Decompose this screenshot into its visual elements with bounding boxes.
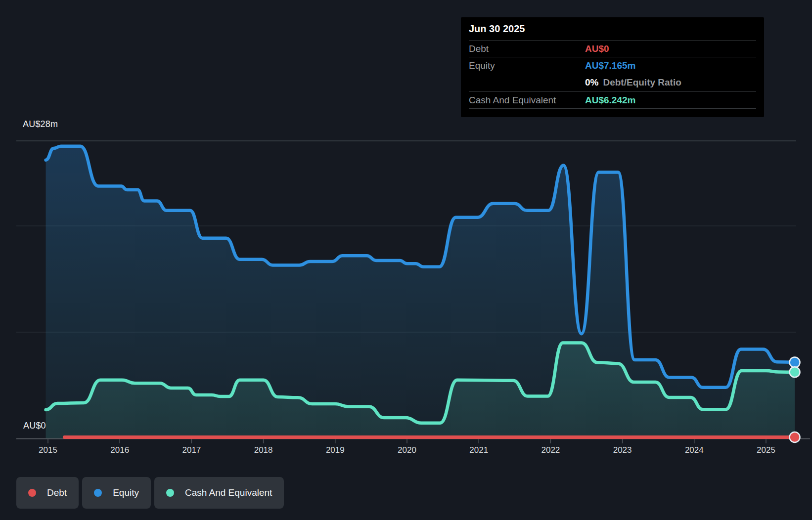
tooltip-equity-value: AU$7.165m: [585, 60, 635, 71]
tooltip-ratio-value: 0%: [585, 77, 598, 88]
x-axis-tick-label-2018: 2018: [254, 445, 273, 455]
tooltip-equity-label: Equity: [469, 60, 585, 71]
legend-cash-label: Cash And Equivalent: [185, 487, 272, 498]
tooltip-row-equity: Equity AU$7.165m: [469, 57, 756, 74]
x-axis-tick-label-2020: 2020: [398, 445, 416, 455]
x-axis-tick-label-2017: 2017: [182, 445, 201, 455]
debt-equity-chart-panel: AU$28m AU$0 2015201620172018201920202021…: [0, 0, 812, 520]
x-axis-tick-label-2024: 2024: [685, 445, 704, 455]
tooltip-row-debt: Debt AU$0: [469, 41, 756, 57]
tooltip-divider: [469, 108, 756, 109]
debt-series-dot-icon: [28, 489, 36, 497]
x-axis-tick-label-2022: 2022: [541, 445, 560, 455]
equity-series-dot-icon: [94, 489, 102, 497]
tooltip-ratio-label: Debt/Equity Ratio: [603, 77, 681, 88]
tooltip-row-cash: Cash And Equivalent AU$6.242m: [469, 92, 756, 108]
legend-item-cash[interactable]: Cash And Equivalent: [154, 477, 284, 509]
tooltip-cash-label: Cash And Equivalent: [469, 95, 585, 106]
legend-item-debt[interactable]: Debt: [16, 477, 79, 509]
chart-legend: Debt Equity Cash And Equivalent: [16, 477, 284, 509]
x-axis-tick-label-2023: 2023: [613, 445, 632, 455]
y-axis-label-zero: AU$0: [23, 421, 46, 431]
y-axis-label-max: AU$28m: [23, 119, 58, 130]
x-axis-tick-label-2015: 2015: [39, 445, 57, 455]
x-axis-tick-label-2021: 2021: [469, 445, 488, 455]
cash-series-dot-icon: [166, 489, 174, 497]
chart-tooltip: Jun 30 2025 Debt AU$0 Equity AU$7.165m 0…: [461, 17, 764, 117]
tooltip-cash-value: AU$6.242m: [585, 95, 635, 106]
tooltip-date: Jun 30 2025: [469, 17, 756, 40]
x-axis-tick-label-2016: 2016: [110, 445, 129, 455]
legend-equity-label: Equity: [113, 487, 139, 498]
tooltip-row-ratio: 0% Debt/Equity Ratio: [469, 74, 756, 91]
x-axis-tick-label-2019: 2019: [326, 445, 345, 455]
x-axis-tick-label-2025: 2025: [757, 445, 775, 455]
tooltip-debt-value: AU$0: [585, 43, 609, 54]
legend-debt-label: Debt: [47, 487, 67, 498]
tooltip-debt-label: Debt: [469, 43, 585, 54]
legend-item-equity[interactable]: Equity: [82, 477, 151, 509]
